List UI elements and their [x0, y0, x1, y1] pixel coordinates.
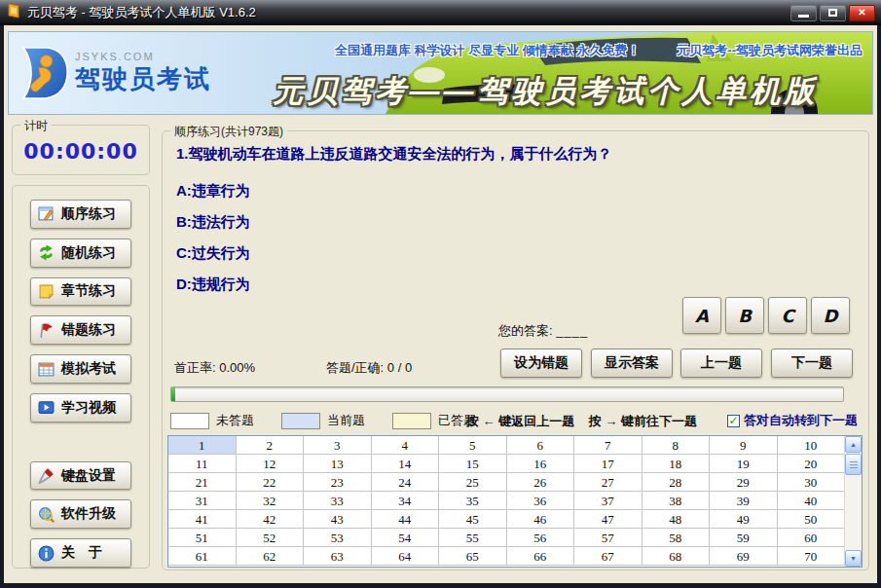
grid-cell-18[interactable]: 18	[642, 455, 711, 473]
grid-cell-67[interactable]: 67	[574, 547, 642, 566]
grid-cell-61[interactable]: 61	[168, 547, 237, 566]
grid-cell-36[interactable]: 36	[507, 492, 575, 510]
grid-cell-34[interactable]: 34	[372, 492, 440, 510]
auto-next-checkbox[interactable]: ✓	[727, 415, 740, 427]
grid-cell-26[interactable]: 26	[507, 473, 575, 492]
grid-cell-65[interactable]: 65	[439, 547, 507, 566]
grid-cell-69[interactable]: 69	[710, 547, 778, 566]
scroll-down-button[interactable]: ▼	[845, 550, 862, 567]
grid-cell-23[interactable]: 23	[304, 473, 372, 492]
grid-cell-31[interactable]: 31	[168, 492, 237, 510]
sidebar-button-mock-exam[interactable]: 模拟考试	[30, 354, 131, 384]
grid-cell-58[interactable]: 58	[642, 529, 711, 547]
grid-cell-66[interactable]: 66	[507, 547, 575, 566]
grid-cell-14[interactable]: 14	[372, 455, 440, 473]
grid-cell-47[interactable]: 47	[574, 510, 642, 529]
close-button[interactable]: ✕	[849, 5, 875, 21]
grid-cell-13[interactable]: 13	[304, 455, 372, 473]
grid-cell-19[interactable]: 19	[710, 455, 778, 473]
grid-cell-32[interactable]: 32	[237, 492, 305, 510]
minimize-button[interactable]	[790, 5, 817, 21]
grid-cell-11[interactable]: 11	[168, 455, 237, 473]
grid-cell-68[interactable]: 68	[642, 547, 711, 566]
grid-cell-62[interactable]: 62	[237, 547, 305, 566]
grid-cell-4[interactable]: 4	[372, 436, 440, 455]
grid-cell-38[interactable]: 38	[642, 492, 711, 510]
sidebar-button-random-practice[interactable]: 随机练习	[30, 239, 131, 268]
grid-cell-24[interactable]: 24	[372, 473, 440, 492]
grid-cell-56[interactable]: 56	[507, 529, 575, 547]
scroll-up-button[interactable]: ▲	[845, 436, 862, 453]
sidebar-button-sequential-practice[interactable]: 顺序练习	[30, 200, 131, 229]
sidebar-button-keyboard-settings[interactable]: 键盘设置	[30, 461, 131, 491]
grid-cell-37[interactable]: 37	[574, 492, 642, 510]
grid-cell-17[interactable]: 17	[574, 455, 642, 473]
show-answer-button[interactable]: 显示答案	[591, 349, 673, 378]
sidebar-button-study-videos[interactable]: 学习视频	[30, 393, 131, 423]
grid-cell-20[interactable]: 20	[778, 455, 846, 473]
grid-cell-6[interactable]: 6	[507, 436, 575, 455]
grid-cell-8[interactable]: 8	[642, 436, 711, 455]
grid-cell-5[interactable]: 5	[439, 436, 507, 455]
grid-cell-63[interactable]: 63	[304, 547, 372, 566]
grid-cell-39[interactable]: 39	[710, 492, 778, 510]
prev-question-button[interactable]: 上一题	[680, 349, 762, 378]
grid-cell-9[interactable]: 9	[710, 436, 778, 455]
grid-cell-10[interactable]: 10	[778, 436, 846, 455]
screwdriver-icon	[38, 467, 55, 484]
grid-cell-1[interactable]: 1	[168, 436, 237, 455]
grid-cell-33[interactable]: 33	[304, 492, 372, 510]
grid-cell-41[interactable]: 41	[168, 510, 237, 529]
first-rate-value: 0.00%	[219, 360, 255, 375]
grid-cell-30[interactable]: 30	[778, 473, 846, 492]
grid-cell-55[interactable]: 55	[439, 529, 507, 547]
grid-cell-57[interactable]: 57	[574, 529, 642, 547]
grid-cell-35[interactable]: 35	[439, 492, 507, 510]
answer-button-c[interactable]: C	[768, 297, 807, 334]
sidebar-button-about[interactable]: 关 于	[30, 538, 131, 568]
grid-cell-46[interactable]: 46	[507, 510, 575, 529]
grid-cell-48[interactable]: 48	[642, 510, 711, 529]
maximize-button[interactable]	[820, 5, 846, 21]
grid-cell-12[interactable]: 12	[237, 455, 305, 473]
grid-cell-60[interactable]: 60	[778, 529, 846, 547]
grid-cell-16[interactable]: 16	[507, 455, 575, 473]
answer-button-b[interactable]: B	[725, 297, 764, 334]
next-question-button[interactable]: 下一题	[771, 349, 853, 378]
grid-cell-53[interactable]: 53	[304, 529, 372, 547]
grid-scrollbar[interactable]: ▲ ▼	[844, 436, 862, 567]
grid-cell-44[interactable]: 44	[372, 510, 440, 529]
grid-cell-29[interactable]: 29	[710, 473, 778, 492]
answer-button-d[interactable]: D	[811, 297, 850, 334]
grid-cell-22[interactable]: 22	[237, 473, 305, 492]
progress-bar	[170, 386, 844, 402]
grid-cell-7[interactable]: 7	[574, 436, 642, 455]
grid-cell-27[interactable]: 27	[574, 473, 642, 492]
button-label: 顺序练习	[61, 205, 116, 223]
sidebar-button-wrong-questions[interactable]: 错题练习	[30, 315, 131, 345]
grid-cell-25[interactable]: 25	[439, 473, 507, 492]
grid-cell-3[interactable]: 3	[304, 436, 372, 455]
grid-cell-45[interactable]: 45	[439, 510, 507, 529]
grid-cell-49[interactable]: 49	[710, 510, 778, 529]
sidebar-button-chapter-practice[interactable]: 章节练习	[30, 277, 131, 307]
answer-button-a[interactable]: A	[682, 297, 721, 334]
grid-cell-21[interactable]: 21	[168, 473, 237, 492]
sidebar-button-software-upgrade[interactable]: 软件升级	[30, 499, 131, 529]
grid-cell-2[interactable]: 2	[237, 436, 305, 455]
grid-cell-50[interactable]: 50	[778, 510, 846, 529]
grid-cell-42[interactable]: 42	[237, 510, 305, 529]
grid-cell-54[interactable]: 54	[372, 529, 440, 547]
grid-cell-40[interactable]: 40	[778, 492, 846, 510]
grid-cell-15[interactable]: 15	[439, 455, 507, 473]
mark-wrong-button[interactable]: 设为错题	[500, 349, 582, 378]
scrollbar-thumb[interactable]	[845, 454, 862, 475]
grid-cell-64[interactable]: 64	[372, 547, 440, 566]
auto-next-checkbox-row[interactable]: ✓ 答对自动转到下一题	[727, 412, 858, 429]
grid-cell-59[interactable]: 59	[710, 529, 778, 547]
grid-cell-52[interactable]: 52	[237, 529, 305, 547]
grid-cell-43[interactable]: 43	[304, 510, 372, 529]
grid-cell-51[interactable]: 51	[168, 529, 237, 547]
grid-cell-28[interactable]: 28	[642, 473, 711, 492]
grid-cell-70[interactable]: 70	[778, 547, 846, 566]
